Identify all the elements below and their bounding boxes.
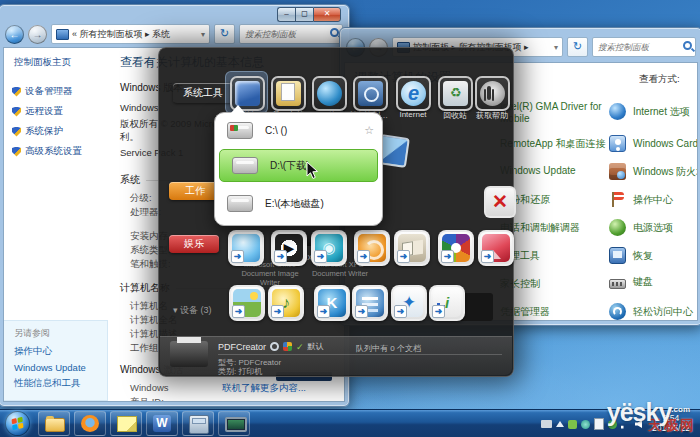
refresh-button[interactable]: ↻	[214, 24, 235, 44]
search-input[interactable]	[596, 39, 680, 55]
taskbar-explorer-button[interactable]	[38, 411, 70, 436]
cp-item-internet-options[interactable]: Internet 选项	[609, 103, 690, 120]
cp-item-ease-of-access[interactable]: 轻松访问中心	[609, 303, 693, 320]
power-options-icon	[609, 219, 626, 236]
green-status-tray-icon[interactable]	[568, 420, 577, 429]
help-icon[interactable]	[475, 76, 510, 111]
cp-item-keyboard[interactable]: 键盘	[609, 275, 653, 289]
sync-tray-icon[interactable]	[608, 420, 617, 429]
notes-tray-icon[interactable]	[594, 418, 604, 430]
see-also-link-action-center[interactable]: 操作中心	[14, 345, 107, 358]
taskbar-clock[interactable]: 2:54 2013/5/22	[644, 413, 698, 433]
network-tray-icon[interactable]	[621, 420, 631, 429]
dict-app-icon[interactable]: ➜	[352, 285, 388, 321]
printer-icon	[170, 341, 208, 367]
taskbar-display-button[interactable]	[218, 411, 250, 436]
drive-item-c[interactable]: C:\ () ☆	[215, 114, 382, 147]
drive-item-e[interactable]: E:\(本地磁盘)	[215, 187, 382, 220]
chevron-down-icon[interactable]: ▾	[201, 30, 205, 39]
taskbar-calculator-button[interactable]	[182, 411, 214, 436]
drive-item-d[interactable]: D:\(下载)	[219, 149, 378, 182]
uninstall-app-icon[interactable]: ✕	[484, 186, 516, 218]
cp-item-remoteapp[interactable]: RemoteApp 和桌面连接	[500, 137, 606, 151]
color-profile-icon	[283, 342, 292, 351]
photo-editor-app-icon[interactable]: ➜	[229, 285, 265, 321]
sidebar: 控制面板主页 设备管理器 远程设置 系统保护 高级系统设置 另请参阅 操作中心 …	[4, 48, 108, 401]
printer-name: PDFCreator	[218, 342, 266, 352]
cp-item-firewall[interactable]: Windows 防火墙	[609, 163, 698, 180]
refresh-button[interactable]: ↻	[567, 37, 588, 57]
cp-item-power-options[interactable]: 电源选项	[609, 219, 673, 236]
keyboard-tray-icon[interactable]	[541, 420, 552, 428]
display-icon	[225, 417, 247, 432]
firefox-icon	[81, 415, 99, 432]
uac-shield-icon	[12, 127, 21, 137]
documents-icon[interactable]	[271, 76, 306, 111]
sidebar-item-advanced-settings[interactable]: 高级系统设置	[12, 145, 108, 158]
chevron-down-icon[interactable]: ▾	[554, 43, 558, 52]
pplive-app-icon[interactable]: ➜	[354, 230, 390, 266]
shortcut-arrow-icon: ➜	[432, 305, 445, 318]
label-product-id: 产品 ID:	[130, 395, 338, 401]
learn-more-link[interactable]: 联机了解更多内容...	[222, 382, 306, 395]
antivirus-tray-icon[interactable]	[581, 420, 590, 429]
desktop: – ◻ ✕ ← → « 所有控制面板项 ▸ 系统 ▾ ↻ 控制面板主页	[0, 0, 700, 437]
kmplayer-app-icon[interactable]: K➜	[314, 285, 350, 321]
hidden-icons-arrow[interactable]	[556, 421, 564, 427]
video-app-icon[interactable]: ◉➜	[311, 230, 347, 266]
drive-popup-menu: C:\ () ☆ D:\(下载) E:\(本地磁盘)	[214, 112, 383, 226]
explorer-icon	[45, 418, 65, 432]
see-also-link-performance[interactable]: 性能信息和工具	[14, 377, 107, 390]
star-icon[interactable]: ☆	[364, 124, 374, 137]
printer-category: 类别: 打印机	[218, 366, 262, 377]
mouse-cursor	[306, 161, 319, 184]
reader-app-icon[interactable]: ➜	[394, 230, 430, 266]
messenger-app-icon[interactable]: ➜	[228, 230, 264, 266]
see-also-link-windows-update[interactable]: Windows Update	[14, 362, 107, 373]
back-button[interactable]: ←	[5, 25, 24, 44]
see-also-title: 另请参阅	[14, 327, 107, 340]
taskbar-sticky-notes-button[interactable]	[110, 411, 142, 436]
network-icon[interactable]	[312, 76, 347, 111]
thunder-app-icon[interactable]: ✦➜	[391, 285, 427, 321]
view-by-dropdown[interactable]: 查看方式:	[639, 73, 695, 86]
search-icon	[330, 28, 339, 37]
shortcut-arrow-icon: ➜	[481, 250, 494, 263]
close-button[interactable]: ✕	[313, 7, 341, 22]
cp-item-cardspace[interactable]: Windows CardSpace	[609, 135, 698, 152]
taskbar-firefox-button[interactable]	[74, 411, 106, 436]
start-button[interactable]	[5, 411, 30, 436]
tab-system-tools[interactable]: 系统工具	[173, 83, 233, 103]
recycle-bin-icon[interactable]: ♻	[438, 76, 473, 111]
ease-of-access-icon	[609, 303, 626, 320]
device-group-header[interactable]: ▾ 设备 (3)	[173, 304, 212, 317]
tab-entertainment[interactable]: 娱乐	[169, 235, 219, 253]
taskbar-word-button[interactable]: W	[146, 411, 178, 436]
info-app-icon[interactable]: i➜	[429, 285, 465, 321]
cp-item-action-center[interactable]: 操作中心	[609, 191, 673, 208]
breadcrumb[interactable]: « 所有控制面板项 ▸ 系统 ▾	[51, 24, 210, 44]
volume-tray-icon[interactable]	[635, 420, 642, 428]
shortcut-arrow-icon: ➜	[231, 250, 244, 263]
music-player-app-icon[interactable]: ♪➜	[268, 285, 304, 321]
shortcut-arrow-icon: ➜	[232, 305, 245, 318]
sidebar-item-device-manager[interactable]: 设备管理器	[12, 85, 108, 98]
cp-item-recovery[interactable]: 恢复	[609, 247, 653, 264]
sidebar-item-system-protection[interactable]: 系统保护	[12, 125, 108, 138]
breadcrumb-text: « 所有控制面板项 ▸ 系统	[72, 28, 170, 41]
photo-app-icon[interactable]: ➜	[478, 230, 514, 266]
minimize-button[interactable]: –	[277, 7, 295, 22]
caption-buttons: – ◻ ✕	[277, 7, 341, 22]
picasa-app-icon[interactable]: ➜	[438, 230, 474, 266]
sidebar-item-home[interactable]: 控制面板主页	[14, 56, 108, 69]
forward-button[interactable]: →	[28, 25, 47, 44]
control-panel-icon[interactable]	[353, 76, 388, 111]
system-drive-icon	[227, 122, 253, 139]
maximize-button[interactable]: ◻	[295, 7, 313, 22]
shortcut-arrow-icon: ➜	[357, 250, 370, 263]
search-input[interactable]	[243, 26, 327, 42]
cp-item-intel-gma[interactable]: Intel(R) GMA Driver for Mobile	[500, 101, 618, 125]
sidebar-item-remote-settings[interactable]: 远程设置	[12, 105, 108, 118]
internet-icon[interactable]: e	[396, 76, 431, 111]
media-player-app-icon[interactable]: ▶➜	[271, 230, 307, 266]
